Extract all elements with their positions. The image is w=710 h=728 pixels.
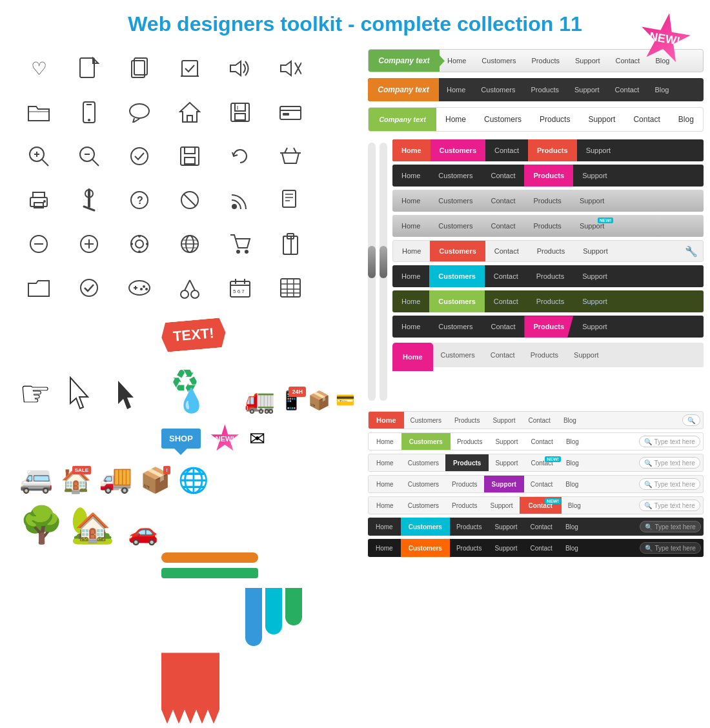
nav-link[interactable]: Home bbox=[369, 476, 401, 492]
scrollbar-track-1[interactable] bbox=[368, 143, 376, 401]
nav-link[interactable]: Blog bbox=[562, 497, 587, 514]
nav-link[interactable]: Products bbox=[448, 412, 486, 429]
nav-link[interactable]: Customers bbox=[429, 165, 482, 187]
search-box[interactable]: 🔍 Type text here bbox=[639, 478, 700, 490]
tab-active[interactable]: Customers bbox=[429, 265, 484, 287]
nav-link[interactable]: Support bbox=[488, 518, 523, 536]
nav-link[interactable]: Home bbox=[369, 454, 401, 471]
nav-link[interactable]: Home bbox=[392, 215, 429, 237]
nav-link[interactable]: Products bbox=[531, 108, 579, 131]
nav-link[interactable]: Products bbox=[524, 50, 567, 72]
scrollbar-thumb-2[interactable] bbox=[380, 246, 387, 278]
nav-link[interactable]: Customers bbox=[429, 215, 482, 237]
nav-link[interactable]: Customers bbox=[474, 50, 523, 72]
nav-link[interactable]: Home bbox=[393, 241, 430, 261]
nav-link[interactable]: Blog bbox=[669, 108, 703, 131]
nav-link[interactable]: Home bbox=[392, 316, 429, 338]
scrollbar-thumb-1[interactable] bbox=[368, 246, 376, 278]
nav-link[interactable]: Home bbox=[368, 539, 401, 557]
nav-link[interactable]: Home bbox=[369, 497, 401, 514]
nav-link[interactable]: Contact bbox=[482, 215, 525, 237]
nav-link[interactable]: Contact bbox=[485, 241, 528, 261]
tab-active[interactable]: Home bbox=[369, 412, 404, 429]
nav-link[interactable]: Contact bbox=[483, 343, 523, 367]
nav-link[interactable]: Home bbox=[392, 190, 429, 212]
nav-link[interactable]: Customers bbox=[429, 316, 482, 338]
search-box[interactable]: 🔍 Type text here bbox=[640, 542, 700, 554]
tab-active[interactable]: Customers bbox=[430, 241, 485, 261]
nav-link[interactable]: Support bbox=[488, 539, 523, 557]
tab-active[interactable]: Home bbox=[392, 139, 431, 161]
nav-link[interactable]: Support bbox=[489, 433, 524, 450]
search-box[interactable]: 🔍 Type text here bbox=[640, 521, 700, 532]
nav-link[interactable]: Support bbox=[571, 190, 614, 212]
nav-link[interactable]: Home bbox=[436, 108, 475, 131]
nav-link[interactable]: Products bbox=[527, 265, 573, 287]
nav-link[interactable]: Contact bbox=[482, 165, 525, 187]
nav-link[interactable]: Products bbox=[445, 497, 483, 514]
nav-link[interactable]: Contact bbox=[524, 433, 559, 450]
nav-link[interactable]: Support NEW! bbox=[571, 215, 614, 237]
nav-link[interactable]: Customers bbox=[475, 108, 531, 131]
nav-link[interactable]: Products bbox=[528, 241, 574, 261]
tab-active[interactable]: Customers bbox=[401, 433, 451, 450]
nav-link[interactable]: Support bbox=[489, 454, 524, 471]
nav-link[interactable]: Blog bbox=[559, 476, 585, 492]
tab-active[interactable]: Products bbox=[524, 316, 573, 338]
tab-active[interactable]: Support bbox=[484, 476, 524, 492]
nav-link[interactable]: Contact bbox=[607, 50, 647, 72]
search-box[interactable]: 🔍 Type text here bbox=[639, 500, 700, 511]
nav-link[interactable]: Blog bbox=[559, 539, 585, 557]
nav-link[interactable]: Blog bbox=[647, 78, 676, 101]
nav-link[interactable]: Home bbox=[392, 165, 429, 187]
nav-link[interactable]: Blog bbox=[560, 454, 585, 471]
nav-link[interactable]: Customers bbox=[401, 454, 445, 471]
nav-link[interactable]: Products bbox=[527, 290, 573, 312]
tab-active[interactable]: Products bbox=[528, 139, 577, 161]
nav-link[interactable]: Customers bbox=[473, 78, 523, 101]
search-box[interactable]: 🔍 Type text here bbox=[639, 457, 700, 469]
nav-link[interactable]: Blog bbox=[557, 412, 583, 429]
nav-link[interactable]: Products bbox=[450, 539, 488, 557]
nav-link[interactable]: Blog bbox=[560, 433, 585, 450]
nav-link[interactable]: Customers bbox=[433, 343, 483, 367]
nav-link[interactable]: Contact bbox=[485, 139, 528, 161]
tab-active[interactable]: Customers bbox=[431, 139, 485, 161]
nav-link[interactable]: Customers bbox=[401, 476, 445, 492]
tab-active[interactable]: Customers bbox=[401, 518, 450, 536]
nav-link[interactable]: Contact bbox=[607, 78, 647, 101]
nav-link[interactable]: Customers bbox=[429, 190, 482, 212]
search-box[interactable]: 🔍 bbox=[682, 414, 700, 426]
nav-link[interactable]: Support bbox=[577, 139, 620, 161]
nav-link[interactable]: Support bbox=[484, 497, 520, 514]
tab-active[interactable]: Products bbox=[524, 165, 573, 187]
tab-active[interactable]: Customers bbox=[401, 539, 450, 557]
tab-active[interactable]: Customers bbox=[429, 290, 484, 312]
nav-link[interactable]: Products bbox=[524, 190, 570, 212]
nav-link[interactable]: Support bbox=[574, 241, 617, 261]
nav-link[interactable]: Products bbox=[523, 343, 566, 367]
search-box[interactable]: 🔍 Type text here bbox=[639, 436, 700, 447]
nav-link[interactable]: Contact bbox=[522, 412, 556, 429]
nav-link[interactable]: Home bbox=[440, 50, 474, 72]
nav-link[interactable]: Contact bbox=[485, 290, 527, 312]
nav-link[interactable]: Customers bbox=[401, 497, 445, 514]
nav-link[interactable]: Products bbox=[450, 518, 488, 536]
nav-link[interactable]: Home bbox=[392, 290, 429, 312]
tab-active[interactable]: Contact NEW! bbox=[520, 497, 562, 514]
tab-active[interactable]: Products bbox=[445, 454, 489, 471]
nav-link[interactable]: Support bbox=[573, 316, 616, 338]
nav-link[interactable]: Contact bbox=[524, 476, 559, 492]
nav-link[interactable]: Home bbox=[368, 518, 401, 536]
nav-link[interactable]: Contact bbox=[485, 265, 527, 287]
nav-link[interactable]: Support bbox=[573, 165, 616, 187]
nav-link[interactable]: Support bbox=[567, 50, 608, 72]
nav-link[interactable]: Products bbox=[523, 78, 567, 101]
nav-link[interactable]: Support bbox=[486, 412, 522, 429]
nav-link[interactable]: Support bbox=[566, 343, 607, 367]
nav-link[interactable]: Support bbox=[579, 108, 624, 131]
nav-link[interactable]: Products bbox=[445, 476, 483, 492]
nav-link[interactable]: Customers bbox=[404, 412, 448, 429]
nav-link[interactable]: Contact NEW! bbox=[524, 454, 559, 471]
nav-link[interactable]: Contact bbox=[523, 539, 558, 557]
